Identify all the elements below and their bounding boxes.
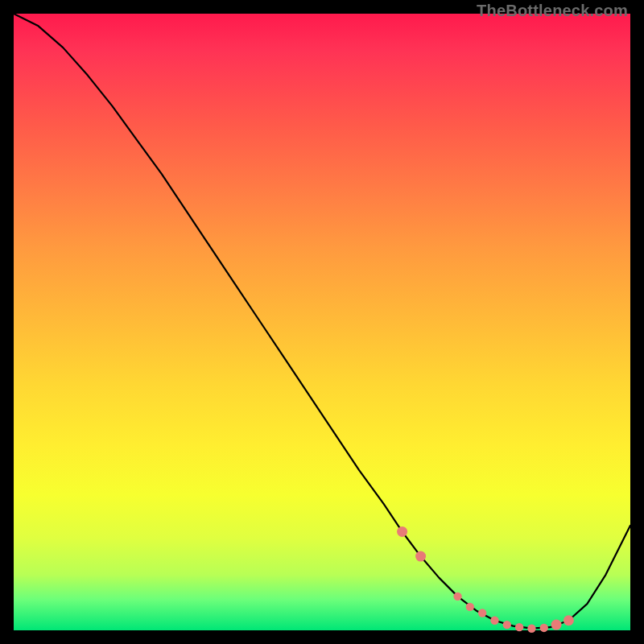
marker-point: [453, 592, 461, 601]
marker-point: [527, 625, 535, 633]
marker-point: [415, 551, 426, 562]
marker-point: [466, 603, 474, 611]
marker-point: [515, 623, 523, 631]
bottleneck-curve: [14, 14, 630, 629]
marker-point: [564, 615, 574, 625]
marker-point: [503, 621, 511, 629]
watermark-text: TheBottleneck.com: [477, 2, 628, 20]
marker-point: [551, 620, 562, 630]
curve-layer: [14, 14, 630, 629]
marker-point: [478, 609, 486, 617]
marker-point: [490, 617, 498, 625]
marker-point: [397, 526, 407, 537]
chart-stage: TheBottleneck.com: [0, 0, 644, 644]
plot-area: [14, 14, 630, 630]
markers-layer: [397, 526, 574, 633]
marker-point: [540, 624, 548, 632]
chart-svg: [14, 14, 630, 630]
